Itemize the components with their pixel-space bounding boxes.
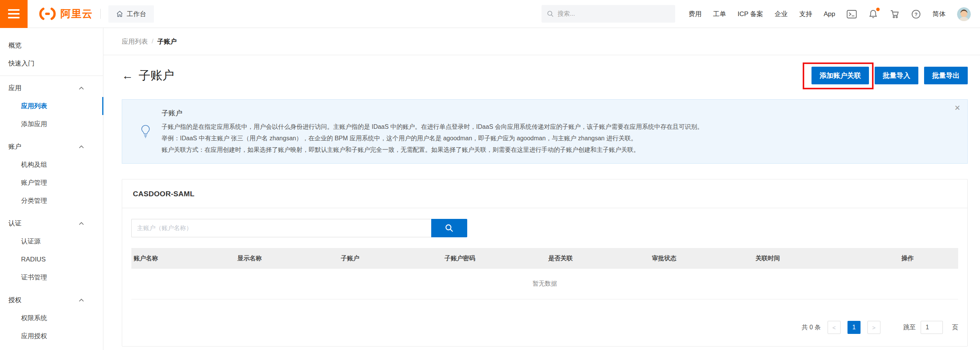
sidebar-item-quickstart[interactable]: 快速入门: [0, 54, 103, 72]
sidebar-item-radius[interactable]: RADIUS: [0, 250, 103, 268]
close-icon[interactable]: ✕: [954, 104, 960, 112]
help-icon[interactable]: ?: [911, 9, 921, 19]
sidebar-group-label: 认证: [8, 219, 21, 228]
bell-icon[interactable]: [868, 9, 878, 19]
sidebar-item-label: 分类管理: [21, 196, 47, 205]
page-header: ← 子账户 添加账户关联 批量导入 批量导出: [122, 67, 968, 84]
menu-icon[interactable]: [0, 0, 28, 28]
aliyun-logo[interactable]: 阿里云: [38, 7, 93, 21]
chevron-right-icon: >: [872, 324, 876, 331]
sidebar: 概览 快速入门 应用 应用列表 添加应用 账户 机构及组 账: [0, 28, 103, 350]
sidebar-item-add-application[interactable]: 添加应用: [0, 115, 103, 133]
sidebar-item-overview[interactable]: 概览: [0, 36, 103, 54]
batch-import-button[interactable]: 批量导入: [875, 67, 918, 84]
table-empty-state: 暂无数据: [131, 269, 958, 299]
sidebar-item-label: 快速入门: [8, 59, 34, 68]
sidebar-item-label: 应用授权: [21, 332, 47, 340]
sidebar-group-authentication[interactable]: 认证: [0, 214, 103, 232]
info-banner: 子账户 子账户指的是在指定应用系统中，用户会以什么身份进行访问。主账户指的是 I…: [122, 99, 968, 164]
account-search-button[interactable]: [431, 219, 467, 237]
account-search: [131, 219, 958, 237]
sidebar-item-auth-sources[interactable]: 认证源: [0, 232, 103, 250]
sidebar-group-label: 应用: [8, 84, 21, 92]
nav-billing[interactable]: 费用: [689, 10, 702, 18]
breadcrumb-current: 子账户: [157, 37, 177, 46]
sidebar-item-org-groups[interactable]: 机构及组: [0, 156, 103, 174]
language-switch[interactable]: 简体: [933, 10, 946, 18]
breadcrumb-application-list[interactable]: 应用列表: [122, 37, 148, 46]
prev-page-button[interactable]: <: [828, 321, 841, 334]
page-title: ← 子账户: [122, 67, 174, 84]
page-unit-label: 页: [952, 324, 958, 332]
chevron-up-icon: [79, 222, 84, 225]
main-content: 应用列表 / 子账户 ← 子账户 添加账户关联 批量导入 批: [103, 28, 980, 350]
card-header: CASDOOR-SAML: [122, 179, 967, 208]
nav-support[interactable]: 支持: [799, 10, 812, 18]
page-actions: 添加账户关联 批量导入 批量导出: [811, 67, 968, 84]
sidebar-group-label: 账户: [8, 142, 21, 151]
breadcrumb-separator: /: [152, 38, 154, 45]
card-body: 账户名称 显示名称 子账户 子账户密码 是否关联 审批状态 关联时间 操作 暂无…: [122, 208, 967, 346]
cart-icon[interactable]: [890, 9, 900, 19]
sidebar-item-label: 权限系统: [21, 314, 47, 322]
sidebar-divider: [0, 76, 103, 76]
bulb-icon: [141, 125, 151, 138]
next-page-button[interactable]: >: [867, 321, 880, 334]
sidebar-item-app-authorization[interactable]: 应用授权: [0, 327, 103, 345]
banner-line-1: 子账户指的是在指定应用系统中，用户会以什么身份进行访问。主账户指的是 IDaaS…: [162, 121, 944, 133]
search-icon: [547, 10, 554, 17]
current-page-button[interactable]: 1: [847, 321, 861, 334]
add-account-link-button[interactable]: 添加账户关联: [811, 67, 869, 84]
account-search-input[interactable]: [131, 219, 431, 237]
notification-dot: [876, 8, 880, 11]
pagination: 共 0 条 < 1 > 跳至 页: [131, 321, 958, 334]
col-account-name: 账户名称: [131, 255, 235, 263]
sub-account-card: CASDOOR-SAML 账户名称: [122, 179, 968, 347]
sidebar-item-category-management[interactable]: 分类管理: [0, 192, 103, 210]
sidebar-group-applications[interactable]: 应用: [0, 79, 103, 97]
sidebar-item-label: 概览: [8, 41, 21, 50]
banner-title: 子账户: [162, 108, 944, 118]
topbar-right: 费用 工单 ICP 备案 企业 支持 App: [689, 0, 971, 28]
terminal-icon[interactable]: [847, 9, 857, 19]
topbar: 阿里云 工作台 费用 工单 ICP 备案 企业 支持 App: [0, 0, 980, 28]
jump-to-input[interactable]: [921, 321, 943, 334]
nav-tickets[interactable]: 工单: [713, 10, 726, 18]
sidebar-group-label: 授权: [8, 296, 21, 304]
sidebar-item-label: 账户管理: [21, 178, 47, 187]
sidebar-group-authorization[interactable]: 授权: [0, 291, 103, 309]
chevron-up-icon: [79, 145, 84, 148]
sidebar-item-label: RADIUS: [21, 256, 46, 263]
col-sub-account-pwd: 子账户密码: [442, 255, 546, 263]
sidebar-item-label: 机构及组: [21, 160, 47, 169]
page-title-text: 子账户: [139, 67, 174, 84]
col-actions: 操作: [857, 255, 958, 263]
total-count: 共 0 条: [802, 324, 821, 332]
back-arrow-icon[interactable]: ←: [122, 67, 133, 84]
nav-enterprise[interactable]: 企业: [775, 10, 788, 18]
nav-app[interactable]: App: [824, 10, 835, 18]
nav-icp[interactable]: ICP 备案: [738, 10, 763, 18]
col-link-time: 关联时间: [753, 255, 857, 263]
jump-to-label: 跳至: [903, 324, 916, 332]
batch-export-button[interactable]: 批量导出: [924, 67, 968, 84]
sidebar-item-label: 认证源: [21, 237, 41, 246]
col-approval-status: 审批状态: [650, 255, 753, 263]
search-icon: [445, 223, 454, 233]
sidebar-group-accounts[interactable]: 账户: [0, 138, 103, 156]
svg-text:?: ?: [915, 11, 918, 17]
button-label: 批量导入: [883, 72, 910, 79]
sidebar-item-account-management[interactable]: 账户管理: [0, 174, 103, 192]
global-search[interactable]: [542, 5, 675, 23]
global-search-input[interactable]: [558, 10, 670, 17]
sidebar-item-label: 应用列表: [21, 102, 47, 110]
avatar[interactable]: [957, 7, 971, 21]
sidebar-item-application-list[interactable]: 应用列表: [0, 97, 103, 115]
sidebar-item-label: 证书管理: [21, 273, 47, 282]
sidebar-item-permission-systems[interactable]: 权限系统: [0, 309, 103, 327]
workbench-button[interactable]: 工作台: [108, 5, 154, 23]
sidebar-item-certificate-management[interactable]: 证书管理: [0, 268, 103, 286]
workbench-label: 工作台: [127, 10, 146, 18]
col-display-name: 显示名称: [235, 255, 339, 263]
table-header-row: 账户名称 显示名称 子账户 子账户密码 是否关联 审批状态 关联时间 操作: [131, 248, 958, 269]
